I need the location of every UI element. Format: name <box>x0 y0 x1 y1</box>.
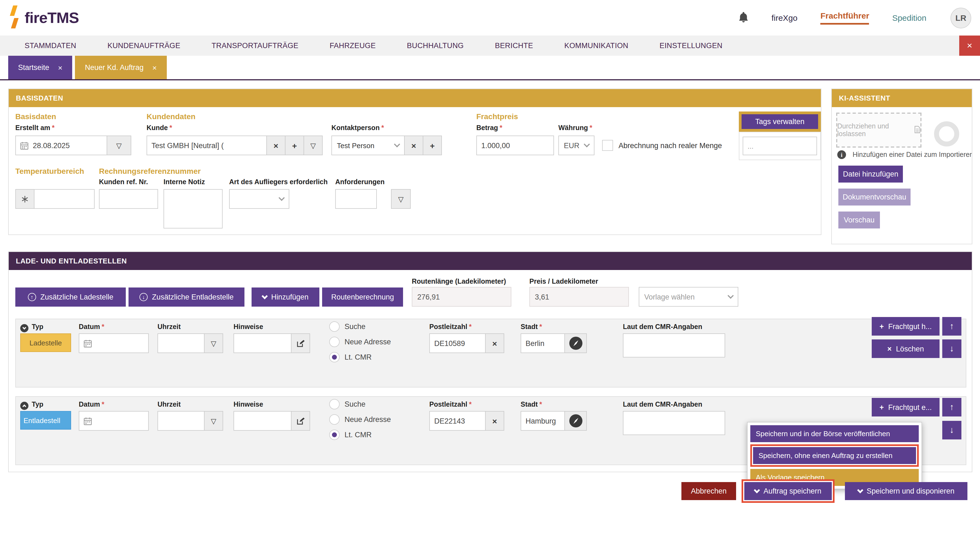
compass-icon[interactable] <box>565 334 586 353</box>
hinweise-input[interactable] <box>234 334 291 353</box>
plz-input[interactable] <box>430 411 485 430</box>
kontaktperson-clear-button[interactable]: × <box>404 136 423 155</box>
nav-berichte[interactable]: BERICHTE <box>495 41 533 50</box>
date-dropdown-button[interactable]: ▽ <box>107 136 131 155</box>
kunde-field: × + ▽ <box>146 135 323 155</box>
uhrzeit-dropdown-button[interactable]: ▽ <box>204 411 223 430</box>
stadt-input[interactable] <box>521 411 565 430</box>
abrechnung-label: Abrechnung nach realer Menge <box>619 141 722 149</box>
nav-fahrzeuge[interactable]: FAHRZEUGE <box>329 41 376 50</box>
preview-button[interactable]: Vorschau <box>838 211 880 229</box>
radio-lt-cmr[interactable]: Lt. CMR <box>329 430 372 440</box>
arrow-up-icon: ↑ <box>950 402 954 412</box>
tags-input[interactable] <box>743 137 817 155</box>
close-icon[interactable]: × <box>152 63 157 72</box>
nav-stammdaten[interactable]: STAMMDATEN <box>25 41 76 50</box>
cmr-input[interactable] <box>624 334 725 357</box>
cancel-button[interactable]: Abbrechen <box>681 482 736 500</box>
radio-neue-adresse[interactable]: Neue Adresse <box>329 414 391 425</box>
datum-label: Datum* <box>79 323 105 331</box>
mode-firexgo[interactable]: fireXgo <box>772 13 797 22</box>
betrag-input[interactable] <box>477 136 554 155</box>
datum-input[interactable] <box>92 411 148 430</box>
add-loading-button[interactable]: ↑ Zusätzliche Ladestelle <box>15 287 126 307</box>
move-down-button[interactable]: ↓ <box>942 421 961 440</box>
save-and-dispatch-button[interactable]: Speichern und disponieren <box>845 482 967 500</box>
nav-close-button[interactable]: × <box>959 35 980 56</box>
save-order-button[interactable]: Auftrag speichern <box>744 482 832 500</box>
radio-lt-cmr[interactable]: Lt. CMR <box>329 352 372 362</box>
kontaktperson-select[interactable]: Test Person <box>332 136 404 155</box>
add-freight-button[interactable]: +Frachtgut h... <box>872 317 940 335</box>
add-button[interactable]: Hinzufügen <box>251 287 320 307</box>
kunde-clear-button[interactable]: × <box>266 136 285 155</box>
anforderungen-input[interactable] <box>336 190 376 208</box>
route-calc-button[interactable]: Routenberechnung <box>322 287 403 307</box>
type-badge-ladestelle[interactable]: Ladestelle <box>20 334 71 352</box>
add-file-button[interactable]: Datei hinzufügen <box>838 165 903 183</box>
cmr-field <box>623 411 725 435</box>
document-preview-button[interactable]: Dokumentvorschau <box>838 189 910 205</box>
nav-einstellungen[interactable]: EINSTELLUNGEN <box>660 41 722 50</box>
firetms-logo[interactable]: fireTMS <box>9 5 79 30</box>
kunde-add-button[interactable]: + <box>285 136 304 155</box>
hinweise-field <box>234 411 310 431</box>
collapse-toggle-icon[interactable] <box>20 402 29 410</box>
radio-suche[interactable]: Suche <box>329 321 366 332</box>
uhrzeit-dropdown-button[interactable]: ▽ <box>204 334 223 353</box>
move-down-button[interactable]: ↓ <box>942 340 961 358</box>
type-badge-entladestelle[interactable]: Entladestell <box>20 411 71 430</box>
radio-neue-adresse[interactable]: Neue Adresse <box>329 337 391 347</box>
kontaktperson-add-button[interactable]: + <box>423 136 441 155</box>
plz-input[interactable] <box>430 334 485 353</box>
cmr-input[interactable] <box>624 411 725 435</box>
mode-spedition[interactable]: Spedition <box>892 13 926 22</box>
uhrzeit-input[interactable] <box>158 411 204 430</box>
uhrzeit-input[interactable] <box>158 334 204 353</box>
snowflake-icon[interactable] <box>16 190 35 208</box>
kundenref-input[interactable] <box>100 190 158 208</box>
radio-suche[interactable]: Suche <box>329 399 366 409</box>
calendar-icon <box>79 334 92 353</box>
file-dropzone[interactable]: Durchziehen und loslassen <box>836 113 921 148</box>
bell-icon[interactable] <box>738 11 748 24</box>
tab-startseite[interactable]: Startseite × <box>8 56 72 79</box>
delete-stop-button[interactable]: ×Löschen <box>872 340 940 358</box>
menu-save-publish-exchange[interactable]: Speichern und in der Börse veröffentlich… <box>750 425 919 442</box>
menu-save-without-order[interactable]: Speichern, ohne einen Auftrag zu erstell… <box>753 447 916 464</box>
kunde-dropdown-button[interactable]: ▽ <box>304 136 322 155</box>
erstellt-am-input[interactable] <box>29 136 107 155</box>
template-select[interactable]: Vorlage wählen <box>639 287 738 307</box>
collapse-toggle-icon[interactable] <box>20 324 29 332</box>
hinweise-field <box>234 334 310 353</box>
datum-input[interactable] <box>92 334 148 353</box>
nav-kundenauftraege[interactable]: KUNDENAUFTRÄGE <box>107 41 180 50</box>
move-up-button[interactable]: ↑ <box>942 317 961 335</box>
anforderungen-dropdown-button[interactable]: ▽ <box>391 189 411 209</box>
plz-clear-button[interactable]: × <box>485 411 504 430</box>
close-icon[interactable]: × <box>58 63 62 72</box>
edit-icon[interactable] <box>291 334 310 353</box>
abrechnung-checkbox[interactable] <box>602 140 613 151</box>
hinweise-input[interactable] <box>234 411 291 430</box>
add-freight-button[interactable]: +Frachtgut e... <box>872 398 940 416</box>
plz-clear-button[interactable]: × <box>485 334 504 353</box>
stadt-input[interactable] <box>521 334 565 353</box>
move-up-button[interactable]: ↑ <box>942 398 961 416</box>
auflieger-select[interactable] <box>229 189 289 209</box>
nav-transportauftraege[interactable]: TRANSPORTAUFTRÄGE <box>212 41 299 50</box>
temperaturbereich-input[interactable] <box>35 190 94 208</box>
close-icon: × <box>887 345 892 353</box>
mode-frachtfuehrer[interactable]: Frachtführer <box>821 11 869 25</box>
tab-neuer-kd-auftrag[interactable]: Neuer Kd. Auftrag × <box>75 56 167 79</box>
edit-icon[interactable] <box>291 411 310 430</box>
waehrung-select[interactable]: EUR <box>558 135 595 155</box>
compass-icon[interactable] <box>565 411 586 430</box>
kunde-input[interactable] <box>147 136 266 155</box>
tags-verwalten-button[interactable]: Tags verwalten <box>741 114 818 129</box>
avatar[interactable]: LR <box>950 7 971 28</box>
nav-buchhaltung[interactable]: BUCHHALTUNG <box>407 41 464 50</box>
nav-kommunikation[interactable]: KOMMUNIKATION <box>565 41 628 50</box>
interne-notiz-textarea[interactable] <box>164 189 223 229</box>
add-unloading-button[interactable]: ↓ Zusätzliche Entladestelle <box>129 287 245 307</box>
